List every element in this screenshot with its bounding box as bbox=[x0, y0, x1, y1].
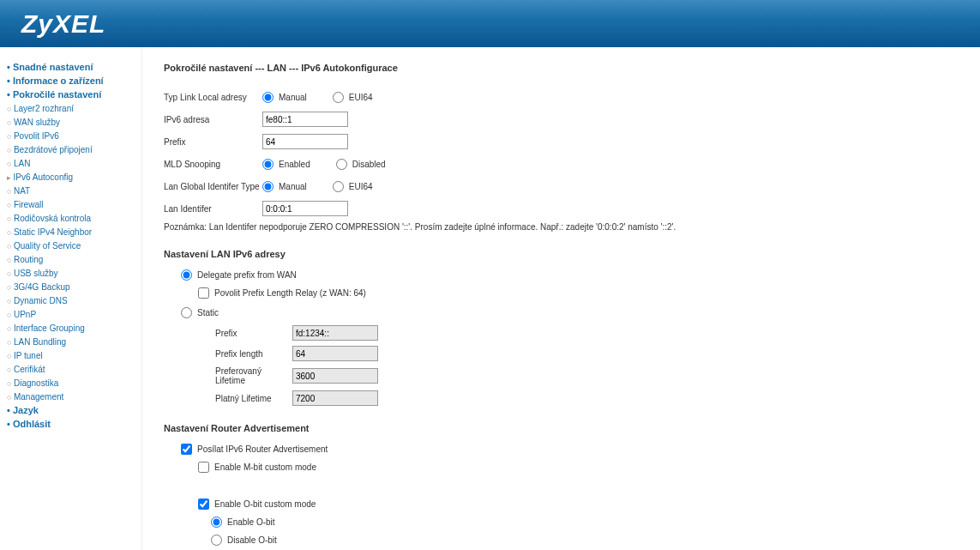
nav-ip-tunnel[interactable]: IP tunel bbox=[7, 351, 43, 360]
check-mbit[interactable] bbox=[198, 462, 209, 473]
input-ipv6-addr[interactable] bbox=[262, 112, 348, 127]
label-mld-disabled: Disabled bbox=[352, 160, 386, 169]
label-lan-ident: Lan Identifer bbox=[164, 204, 262, 214]
nav-lan-bundling[interactable]: LAN Bundling bbox=[7, 337, 66, 347]
radio-gid-eui64[interactable] bbox=[333, 181, 344, 192]
input-pref-lifetime bbox=[292, 368, 378, 384]
nav-wan-services[interactable]: WAN služby bbox=[7, 118, 60, 127]
radio-disable-obit[interactable] bbox=[211, 535, 222, 546]
nav-static-ipv4[interactable]: Static IPv4 Neighbor bbox=[7, 227, 92, 237]
check-obit[interactable] bbox=[198, 499, 209, 510]
input-static-prefix bbox=[292, 325, 378, 341]
nav-logout[interactable]: Odhlásit bbox=[7, 419, 51, 429]
nav-wireless[interactable]: Bezdrátové připojení bbox=[7, 145, 93, 154]
nav-nat[interactable]: NAT bbox=[7, 186, 30, 196]
label-send-ra: Posílat IPv6 Router Advertisement bbox=[197, 444, 328, 454]
note-lan-ident: Poznámka: Lan Identifer nepodporuje ZERO… bbox=[164, 222, 959, 232]
nav-qos[interactable]: Quality of Service bbox=[7, 241, 81, 251]
nav-usb[interactable]: USB služby bbox=[7, 269, 58, 278]
label-ll-manual: Manual bbox=[279, 93, 307, 102]
label-ll-eui64: EUI64 bbox=[349, 93, 373, 102]
radio-mld-enabled[interactable] bbox=[262, 159, 274, 170]
label-mld-snooping: MLD Snooping bbox=[164, 160, 262, 169]
radio-delegate-wan[interactable] bbox=[181, 269, 192, 281]
label-disable-obit: Disable O-bit bbox=[227, 535, 277, 545]
input-static-pfxlen bbox=[292, 346, 378, 361]
nav-interface-grouping[interactable]: Interface Grouping bbox=[7, 323, 85, 333]
label-static: Static bbox=[197, 308, 219, 317]
input-lan-ident[interactable] bbox=[262, 201, 348, 216]
nav-backup[interactable]: 3G/4G Backup bbox=[7, 282, 70, 292]
label-prefix-relay: Povolit Prefix Length Relay (z WAN: 64) bbox=[214, 288, 366, 298]
radio-enable-obit[interactable] bbox=[211, 517, 222, 528]
check-prefix-relay[interactable] bbox=[198, 287, 209, 299]
label-gid-manual: Manual bbox=[279, 182, 307, 191]
radio-ll-eui64[interactable] bbox=[333, 92, 344, 103]
label-ipv6-addr: IPv6 adresa bbox=[164, 115, 262, 124]
section-lan-ipv6: Nastavení LAN IPv6 adresy bbox=[164, 249, 959, 259]
nav-cert[interactable]: Cerifikát bbox=[7, 365, 45, 374]
label-ll-type: Typ Link Local adresy bbox=[164, 93, 262, 102]
radio-mld-disabled[interactable] bbox=[336, 159, 347, 170]
nav-routing[interactable]: Routing bbox=[7, 255, 43, 264]
label-static-prefix: Prefix bbox=[215, 329, 292, 338]
label-obit: Enable O-bit custom mode bbox=[214, 499, 316, 509]
nav-ddns[interactable]: Dynamic DNS bbox=[7, 296, 68, 305]
nav-parental[interactable]: Rodičovská kontrola bbox=[7, 214, 91, 223]
section-ra: Nastavení Router Advertisement bbox=[164, 423, 959, 433]
nav-diag[interactable]: Diagnostika bbox=[7, 378, 58, 388]
radio-static[interactable] bbox=[181, 307, 192, 318]
label-enable-obit: Enable O-bit bbox=[227, 517, 275, 527]
check-send-ra[interactable] bbox=[181, 444, 192, 455]
label-gid-eui64: EUI64 bbox=[349, 182, 373, 191]
input-valid-lifetime bbox=[292, 390, 378, 406]
header: ZyXEL bbox=[0, 0, 980, 47]
nav-upnp[interactable]: UPnP bbox=[7, 310, 36, 319]
main-content: Pokročilé nastavení --- LAN --- IPv6 Aut… bbox=[141, 47, 980, 550]
nav-management[interactable]: Management bbox=[7, 392, 63, 402]
radio-gid-manual[interactable] bbox=[262, 181, 274, 192]
nav-enable-ipv6[interactable]: Povolit IPv6 bbox=[7, 131, 59, 141]
nav-device-info[interactable]: Informace o zařízení bbox=[7, 76, 104, 86]
label-delegate-wan: Delegate prefix from WAN bbox=[197, 270, 297, 280]
nav-ipv6-autoconfig[interactable]: IPv6 Autoconfig bbox=[7, 172, 73, 182]
label-lan-gid-type: Lan Global Identifer Type bbox=[164, 182, 262, 191]
nav-layer2[interactable]: Layer2 rozhraní bbox=[7, 104, 74, 113]
nav-lan[interactable]: LAN bbox=[7, 159, 30, 168]
radio-ll-manual[interactable] bbox=[262, 92, 274, 103]
label-pref-lifetime: Preferovaný Lifetime bbox=[215, 366, 292, 385]
nav-language[interactable]: Jazyk bbox=[7, 405, 39, 415]
nav-firewall[interactable]: Firewall bbox=[7, 200, 43, 209]
label-static-pfxlen: Prefix length bbox=[215, 349, 292, 359]
sidebar: Snadné nastavení Informace o zařízení Po… bbox=[0, 47, 141, 550]
input-prefix[interactable] bbox=[262, 134, 348, 149]
nav-easy-setup[interactable]: Snadné nastavení bbox=[7, 62, 93, 72]
label-mbit: Enable M-bit custom mode bbox=[214, 462, 316, 472]
brand-logo: ZyXEL bbox=[21, 9, 105, 39]
page-title: Pokročilé nastavení --- LAN --- IPv6 Aut… bbox=[164, 63, 959, 73]
label-prefix: Prefix bbox=[164, 137, 262, 147]
label-mld-enabled: Enabled bbox=[279, 160, 310, 169]
nav-advanced[interactable]: Pokročilé nastavení bbox=[7, 89, 101, 100]
label-valid-lifetime: Platný Lifetime bbox=[215, 394, 292, 403]
